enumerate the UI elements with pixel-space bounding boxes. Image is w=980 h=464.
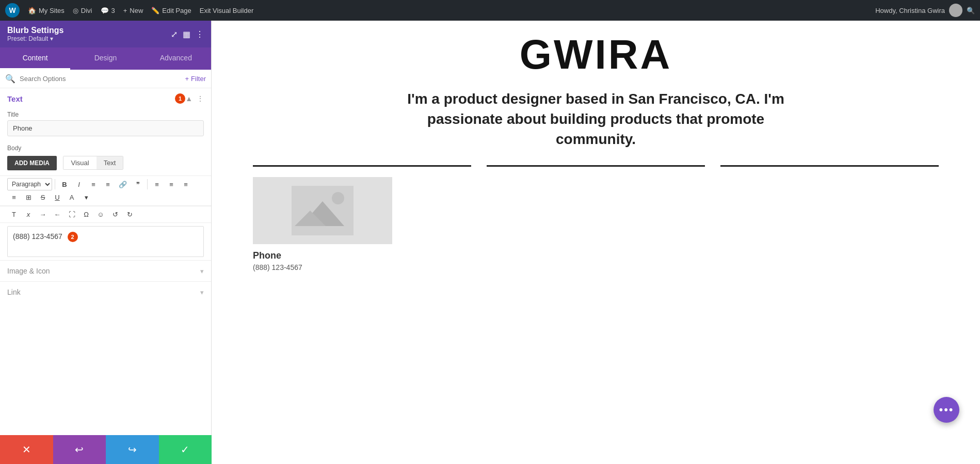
emoji-button[interactable]: ☺ [94, 209, 107, 220]
preset-selector[interactable]: Preset: Default ▾ [7, 35, 63, 42]
view-tabs: Visual Text [63, 156, 123, 170]
divider-3 [720, 165, 939, 167]
filter-button[interactable]: + Filter [185, 75, 206, 83]
plus-icon: + [123, 7, 127, 14]
my-sites-link[interactable]: 🏠 My Sites [28, 7, 65, 14]
title-field-group: Title [0, 109, 211, 141]
svg-point-2 [332, 192, 344, 204]
avatar [949, 4, 962, 17]
divider-1 [253, 165, 471, 167]
pencil-icon: ✏️ [151, 7, 159, 14]
italic-button[interactable]: I [72, 179, 86, 190]
blurb-title: Phone [253, 250, 397, 261]
outdent-button[interactable]: ← [51, 209, 64, 220]
search-icon[interactable]: 🔍 [967, 7, 975, 14]
bio-text: I'm a product designer based in San Fran… [403, 89, 790, 150]
view-tab-visual[interactable]: Visual [63, 156, 96, 169]
panel-header: Blurb Settings Preset: Default ▾ ⤢ ▦ ⋮ [0, 21, 211, 47]
blockquote-button[interactable]: ❞ [131, 179, 144, 190]
separator-1 [55, 179, 55, 189]
editor-body[interactable]: (888) 123-4567 2 [7, 226, 204, 257]
save-button[interactable]: ✓ [159, 435, 212, 464]
align-left-button[interactable]: ≡ [150, 179, 164, 190]
paste-text-button[interactable]: T [7, 209, 21, 220]
page-preview: GWIRA I'm a product designer based in Sa… [212, 21, 980, 464]
paragraph-selector[interactable]: Paragraph [7, 178, 52, 190]
comments-link[interactable]: 💬 3 [101, 7, 115, 14]
body-label: Body [0, 141, 211, 154]
user-info: Howdy, Christina Gwira 🔍 [875, 4, 975, 17]
search-icon: 🔍 [5, 74, 15, 84]
bold-button[interactable]: B [58, 179, 71, 190]
site-title: GWIRA [232, 31, 959, 78]
indent-button[interactable]: → [36, 209, 50, 220]
title-input[interactable] [7, 120, 204, 136]
undo-button[interactable]: ↺ [108, 209, 122, 220]
panel-title: Blurb Settings [7, 26, 63, 35]
dropdown-more-button[interactable]: ▾ [79, 191, 93, 203]
blurb-image-placeholder [253, 177, 392, 244]
tab-advanced[interactable]: Advanced [141, 47, 211, 70]
cancel-button[interactable]: ✕ [0, 435, 53, 464]
divi-link[interactable]: ◎ Divi [73, 7, 92, 14]
link-section[interactable]: Link ▾ [0, 281, 211, 302]
link-label: Link [7, 288, 200, 296]
divi-icon: ◎ [73, 7, 78, 14]
ordered-list-button[interactable]: ≡ [101, 179, 115, 190]
redo-button[interactable]: ↻ [123, 209, 136, 220]
undo-button[interactable]: ↩ [53, 435, 106, 464]
sites-icon: 🏠 [28, 7, 36, 14]
search-bar: 🔍 + Filter [0, 70, 211, 88]
strikethrough-button[interactable]: S [36, 191, 50, 203]
align-justify-button[interactable]: ≡ [7, 191, 21, 203]
align-right-button[interactable]: ≡ [179, 179, 192, 190]
more-icon[interactable]: ⋮ [196, 29, 204, 39]
search-input[interactable] [20, 75, 181, 83]
tab-content[interactable]: Content [0, 47, 70, 70]
panel-header-icons: ⤢ ▦ ⋮ [171, 29, 204, 39]
chevron-down-icon: ▾ [200, 267, 204, 275]
edit-page-link[interactable]: ✏️ Edit Page [151, 7, 191, 14]
fullscreen-button[interactable]: ⛶ [65, 209, 78, 220]
bottom-action-bar: ✕ ↩ ↪ ✓ [0, 435, 212, 464]
tab-bar: Content Design Advanced [0, 47, 211, 70]
chevron-down-icon: ▾ [50, 35, 53, 42]
separator-2 [147, 179, 148, 189]
align-center-button[interactable]: ≡ [165, 179, 178, 190]
editor-toolbar: ADD MEDIA Visual Text [0, 154, 211, 175]
settings-panel: Blurb Settings Preset: Default ▾ ⤢ ▦ ⋮ C… [0, 21, 212, 464]
exit-builder-link[interactable]: Exit Visual Builder [200, 7, 254, 14]
format-toolbar: Paragraph B I ≡ ≡ 🔗 ❞ ≡ ≡ ≡ ≡ ⊞ S U A ▾ [0, 175, 211, 206]
plus-icon: + [185, 75, 189, 83]
section-title-text: Text [7, 94, 172, 103]
chevron-down-icon: ▾ [200, 289, 204, 296]
expand-icon[interactable]: ⤢ [171, 29, 178, 39]
badge-2: 2 [68, 232, 78, 242]
floating-action-button[interactable]: ••• [934, 397, 959, 423]
blurb-phone: (888) 123-4567 [253, 263, 397, 271]
divider-2 [487, 165, 705, 167]
title-label: Title [7, 111, 204, 118]
columns-icon[interactable]: ▦ [183, 29, 190, 39]
new-link[interactable]: + New [123, 7, 143, 14]
image-icon-section[interactable]: Image & Icon ▾ [0, 260, 211, 281]
format-toolbar-2: T x → ← ⛶ Ω ☺ ↺ ↻ [0, 206, 211, 223]
collapse-icon[interactable]: ▲ [185, 94, 192, 103]
section-more-icon[interactable]: ⋮ [197, 94, 204, 103]
tab-design[interactable]: Design [70, 47, 140, 70]
underline-button[interactable]: U [51, 191, 64, 203]
badge-1: 1 [175, 93, 185, 104]
special-char-button[interactable]: Ω [79, 209, 93, 220]
unordered-list-button[interactable]: ≡ [87, 179, 100, 190]
panel-content: Text 1 ▲ ⋮ Title Body ADD MEDIA Visual T… [0, 88, 211, 464]
view-tab-text[interactable]: Text [97, 156, 123, 169]
admin-bar: W 🏠 My Sites ◎ Divi 💬 3 + New ✏️ Edit Pa… [0, 0, 980, 21]
wordpress-logo[interactable]: W [5, 3, 20, 18]
link-button[interactable]: 🔗 [116, 179, 130, 190]
redo-button[interactable]: ↪ [106, 435, 159, 464]
image-icon-label: Image & Icon [7, 267, 200, 275]
table-button[interactable]: ⊞ [22, 191, 35, 203]
add-media-button[interactable]: ADD MEDIA [7, 156, 57, 170]
text-color-button[interactable]: A [65, 191, 78, 203]
clear-format-button[interactable]: x [22, 209, 35, 220]
